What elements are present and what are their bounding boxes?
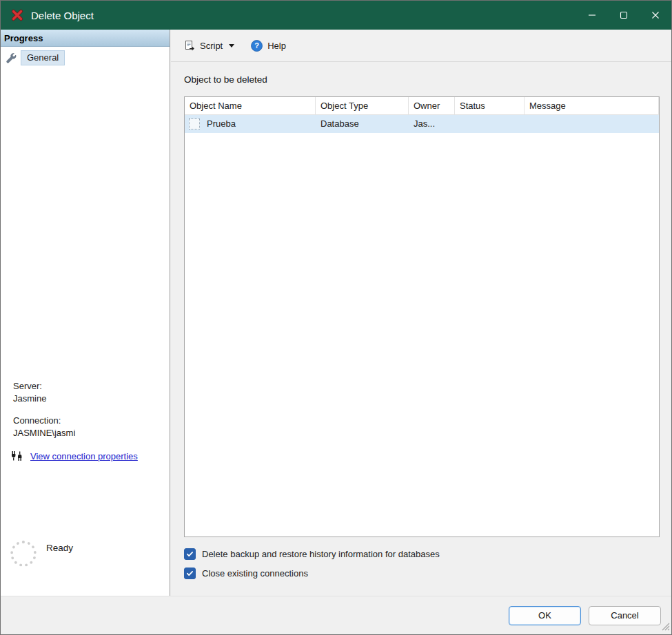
cell-object-name: Prueba [185, 115, 316, 133]
cell-status [455, 115, 525, 133]
close-existing-connections-label: Close existing connections [202, 568, 308, 579]
column-header-message[interactable]: Message [525, 97, 659, 114]
script-icon [184, 40, 195, 51]
delete-backup-history-checkbox[interactable] [184, 548, 196, 560]
svg-text:?: ? [254, 41, 259, 50]
progress-status-block: Ready [10, 541, 73, 567]
column-header-object-type[interactable]: Object Type [316, 97, 409, 114]
cell-owner: Jas... [409, 115, 455, 133]
main-panel: Script ? Help Object to be deleted Objec… [171, 30, 671, 596]
toolbar: Script ? Help [171, 30, 671, 62]
close-icon [651, 11, 660, 19]
delete-object-dialog: Delete Object Select a page General Conn… [0, 0, 672, 635]
row-selector-box[interactable] [189, 118, 200, 129]
cancel-button[interactable]: Cancel [589, 606, 661, 625]
option-close-existing-connections[interactable]: Close existing connections [184, 563, 671, 583]
connection-info: Server: Jasmine Connection: JASMINE\jasm… [13, 380, 164, 461]
resize-grip-icon[interactable] [662, 623, 670, 633]
delete-object-icon [10, 8, 24, 22]
view-connection-properties-link[interactable]: View connection properties [30, 451, 138, 461]
window-title: Delete Object [31, 10, 94, 21]
dropdown-caret-icon[interactable] [229, 44, 234, 48]
maximize-icon [620, 11, 628, 19]
minimize-icon [588, 11, 596, 19]
progress-status-text: Ready [46, 543, 73, 553]
column-header-status[interactable]: Status [455, 97, 525, 114]
column-header-object-name[interactable]: Object Name [185, 97, 316, 114]
help-button-label: Help [267, 41, 286, 51]
options: Delete backup and restore history inform… [184, 544, 671, 583]
cell-message [525, 115, 659, 133]
script-button-label: Script [200, 41, 223, 51]
progress-spinner-icon [10, 541, 37, 567]
server-value: Jasmine [13, 393, 164, 405]
help-icon: ? [251, 40, 263, 52]
object-to-be-deleted-label: Object to be deleted [184, 74, 671, 85]
close-existing-connections-checkbox[interactable] [184, 568, 196, 579]
progress-section-header: Progress [1, 30, 170, 47]
window-controls [576, 1, 671, 30]
column-header-owner[interactable]: Owner [409, 97, 455, 114]
table-row[interactable]: Prueba Database Jas... [185, 115, 659, 133]
cell-object-type: Database [316, 115, 409, 133]
ok-button[interactable]: OK [509, 606, 581, 625]
delete-backup-history-label: Delete backup and restore history inform… [202, 549, 440, 559]
option-delete-backup-history[interactable]: Delete backup and restore history inform… [184, 544, 671, 563]
connection-value: JASMINE\jasmi [13, 427, 164, 439]
object-name-value: Prueba [207, 115, 236, 133]
objects-table: Object Name Object Type Owner Status Mes… [184, 96, 660, 537]
connection-label: Connection: [13, 415, 164, 427]
titlebar: Delete Object [1, 1, 671, 30]
script-button[interactable]: Script [178, 37, 241, 54]
connection-properties-icon [10, 450, 23, 461]
minimize-button[interactable] [576, 1, 608, 30]
table-empty-area [185, 133, 659, 537]
sidebar-item-general-label: General [21, 50, 65, 65]
maximize-button[interactable] [608, 1, 640, 30]
help-button[interactable]: ? Help [245, 37, 292, 55]
checkbox-check-icon [186, 570, 194, 577]
checkbox-check-icon [186, 550, 194, 558]
footer: OK Cancel [1, 596, 671, 634]
wrench-icon [6, 53, 17, 63]
sidebar-item-general[interactable]: General [6, 50, 65, 65]
close-button[interactable] [640, 1, 671, 30]
main-content: Object to be deleted Object Name Object … [171, 62, 671, 583]
server-label: Server: [13, 380, 164, 393]
sidebar: Select a page General Connection Server:… [1, 30, 170, 596]
table-header-row: Object Name Object Type Owner Status Mes… [185, 97, 659, 115]
